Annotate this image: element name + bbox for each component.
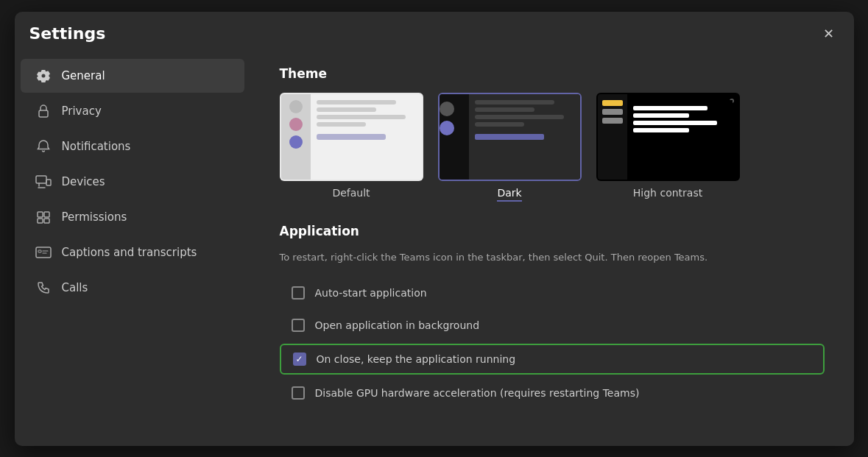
sidebar-item-permissions[interactable]: Permissions bbox=[21, 200, 244, 234]
dark-sidebar-mock bbox=[440, 94, 469, 180]
checkbox-keeprunning-label: On close, keep the application running bbox=[317, 353, 516, 365]
dark-mock-lines bbox=[475, 100, 574, 140]
dark-line-1 bbox=[475, 100, 554, 104]
checkbox-autostart-label: Auto-start application bbox=[315, 287, 427, 299]
phone-icon bbox=[35, 280, 52, 296]
checkbox-openbackground-label: Open application in background bbox=[315, 319, 480, 331]
hc-main-mock bbox=[627, 100, 733, 174]
title-bar: Settings ✕ bbox=[15, 12, 854, 52]
sidebar-item-general[interactable]: General bbox=[21, 59, 244, 93]
application-description: To restart, right-click the Teams icon i… bbox=[280, 250, 825, 265]
checkbox-row-keeprunning[interactable]: On close, keep the application running bbox=[280, 344, 825, 375]
mock-line-5 bbox=[317, 134, 387, 140]
mock-avatar-1 bbox=[289, 118, 303, 131]
checkbox-row-openbackground[interactable]: Open application in background bbox=[280, 311, 825, 339]
window-title: Settings bbox=[29, 24, 106, 43]
theme-label-default: Default bbox=[332, 187, 370, 199]
sidebar: General Privacy bbox=[15, 52, 250, 446]
theme-label-dark: Dark bbox=[497, 187, 521, 202]
devices-icon bbox=[35, 174, 52, 190]
close-button[interactable]: ✕ bbox=[819, 24, 839, 44]
main-content: Theme bbox=[250, 52, 854, 446]
sidebar-item-captions-label: Captions and transcripts bbox=[62, 246, 197, 259]
theme-preview-dark bbox=[438, 93, 582, 181]
sidebar-item-notifications-label: Notifications bbox=[62, 140, 131, 153]
svg-rect-8 bbox=[38, 250, 41, 252]
mock-line-3 bbox=[317, 115, 406, 119]
dark-line-3 bbox=[475, 115, 565, 119]
hc-bar-2 bbox=[602, 109, 623, 115]
theme-preview-default bbox=[280, 93, 423, 181]
application-section-title: Application bbox=[280, 224, 825, 238]
checkbox-disablegpu[interactable] bbox=[292, 386, 305, 400]
dark-line-4 bbox=[475, 122, 525, 127]
gear-icon bbox=[35, 68, 52, 84]
mock-line-2 bbox=[317, 107, 376, 112]
hc-line-2 bbox=[633, 113, 689, 118]
hc-bar-1 bbox=[602, 100, 623, 106]
captions-icon bbox=[35, 244, 52, 261]
svg-rect-4 bbox=[44, 212, 49, 217]
mock-line-4 bbox=[317, 122, 367, 127]
svg-rect-1 bbox=[36, 176, 46, 183]
sidebar-item-captions[interactable]: Captions and transcripts bbox=[21, 235, 244, 269]
default-main-mock bbox=[311, 94, 422, 180]
theme-options: Default bbox=[280, 93, 825, 202]
svg-rect-0 bbox=[39, 110, 48, 117]
dark-line-5 bbox=[475, 134, 545, 140]
lock-icon bbox=[35, 103, 52, 119]
checkbox-disablegpu-label: Disable GPU hardware acceleration (requi… bbox=[315, 387, 640, 399]
sidebar-item-permissions-label: Permissions bbox=[62, 210, 127, 224]
application-section: Application To restart, right-click the … bbox=[280, 224, 825, 408]
hc-bar-3 bbox=[602, 118, 623, 124]
dark-avatar-1 bbox=[440, 102, 454, 116]
main-layout: General Privacy bbox=[15, 52, 854, 446]
theme-card-hc[interactable]: High contrast bbox=[596, 93, 740, 202]
sidebar-item-privacy[interactable]: Privacy bbox=[21, 94, 244, 128]
sidebar-item-calls-label: Calls bbox=[62, 281, 88, 294]
checkbox-autostart[interactable] bbox=[292, 286, 305, 300]
checkbox-openbackground[interactable] bbox=[292, 319, 305, 332]
sidebar-item-devices[interactable]: Devices bbox=[21, 165, 244, 199]
svg-rect-6 bbox=[44, 219, 49, 223]
svg-rect-5 bbox=[38, 219, 43, 223]
theme-section-title: Theme bbox=[280, 66, 825, 81]
default-sidebar-mock bbox=[281, 94, 311, 180]
theme-preview-hc bbox=[596, 93, 740, 181]
hc-line-1 bbox=[633, 106, 708, 110]
mock-avatar-2 bbox=[289, 135, 303, 149]
theme-label-hc: High contrast bbox=[633, 187, 702, 199]
permissions-icon bbox=[35, 209, 52, 225]
dark-line-2 bbox=[475, 107, 534, 112]
hc-line-3 bbox=[633, 121, 717, 125]
checkbox-row-disablegpu[interactable]: Disable GPU hardware acceleration (requi… bbox=[280, 379, 825, 407]
sidebar-item-general-label: General bbox=[62, 69, 105, 82]
dark-main-mock bbox=[469, 94, 580, 180]
bell-icon bbox=[35, 138, 52, 155]
checkbox-row-autostart[interactable]: Auto-start application bbox=[280, 279, 825, 307]
mock-lines bbox=[317, 100, 416, 140]
sidebar-item-calls[interactable]: Calls bbox=[21, 271, 244, 305]
settings-window: Settings ✕ General bbox=[15, 12, 854, 446]
sidebar-item-privacy-label: Privacy bbox=[62, 104, 102, 118]
dark-avatar-2 bbox=[440, 121, 454, 135]
checkbox-keeprunning[interactable] bbox=[293, 353, 306, 366]
theme-card-dark[interactable]: Dark bbox=[438, 93, 582, 202]
svg-rect-2 bbox=[46, 180, 51, 185]
sidebar-item-devices-label: Devices bbox=[62, 175, 105, 188]
mock-line-1 bbox=[317, 100, 396, 104]
hc-line-4 bbox=[633, 128, 689, 132]
svg-rect-3 bbox=[38, 212, 43, 217]
theme-card-default[interactable]: Default bbox=[280, 93, 423, 202]
theme-section: Theme bbox=[280, 66, 825, 202]
hc-sidebar-mock bbox=[598, 94, 627, 180]
mock-dot-1 bbox=[289, 100, 303, 113]
sidebar-item-notifications[interactable]: Notifications bbox=[21, 130, 244, 163]
